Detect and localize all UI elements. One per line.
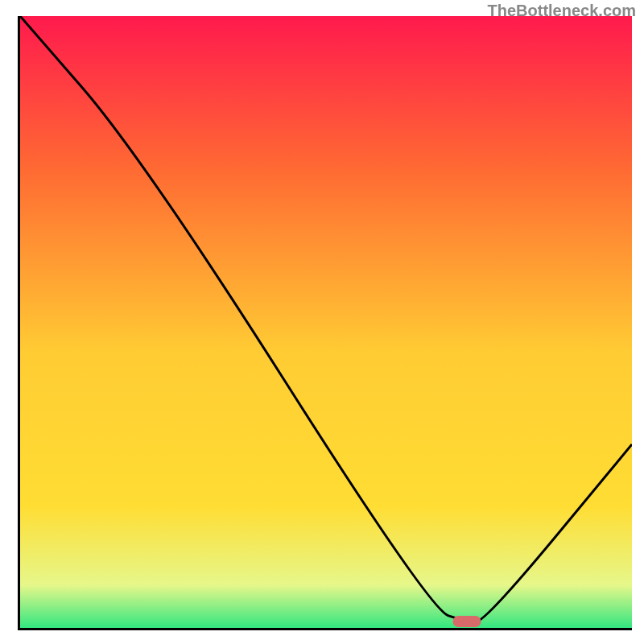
watermark-text: TheBottleneck.com	[488, 2, 636, 20]
gradient-background	[20, 16, 632, 628]
chart-container: TheBottleneck.com	[0, 0, 644, 644]
chart-svg	[20, 16, 632, 628]
marker-pill	[452, 616, 481, 627]
plot-area	[18, 16, 632, 630]
